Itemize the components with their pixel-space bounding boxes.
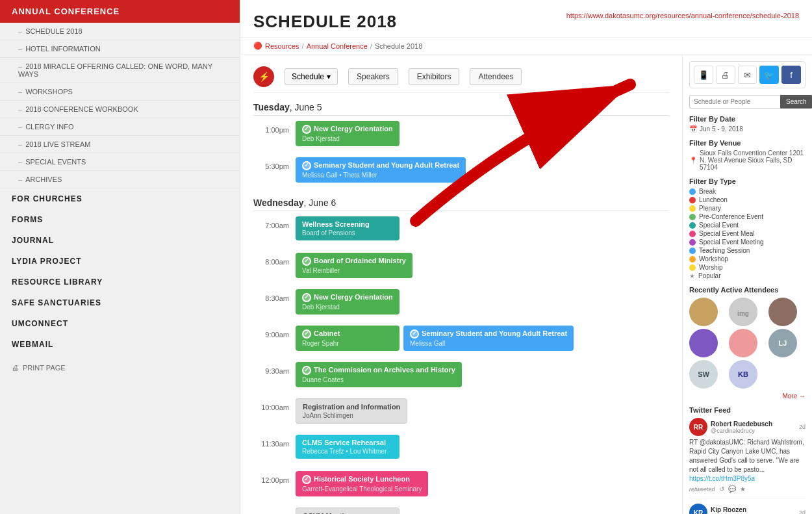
event-card[interactable]: Seminary Student and Young Adult Retreat…	[296, 157, 466, 183]
type-workshop[interactable]: Workshop	[689, 255, 806, 263]
event-luncheon[interactable]: Historical Society Luncheon Garrett-Evan…	[296, 471, 428, 496]
page-url-link[interactable]: https://www.dakotasumc.org/resources/ann…	[566, 12, 799, 19]
time-label: 8:00am	[253, 253, 296, 266]
event-card[interactable]: New Clergy Orientation Deb Kjerstad	[296, 121, 400, 146]
retweet-label: retweeted	[689, 486, 715, 493]
reply-btn[interactable]: 💬	[728, 485, 736, 493]
filter-date-section: Filter By Date 📅 Jun 5 - 9, 2018	[689, 115, 806, 133]
schedule-row: 10:00am Registration and Information JoA…	[253, 398, 669, 430]
breadcrumb-logo: 🔴	[253, 42, 262, 50]
search-bar: Search	[689, 95, 806, 109]
sidebar-item-journal[interactable]: JOURNAL	[0, 230, 240, 251]
retweet-btn[interactable]: ↺	[719, 485, 724, 493]
event-commission[interactable]: The Commission on Archives and History D…	[296, 362, 462, 387]
type-break[interactable]: Break	[689, 188, 806, 195]
tweet-actions: retweeted ↺ 💬 ★	[689, 485, 806, 493]
event-cabinet[interactable]: Cabinet Roger Spahr	[296, 326, 400, 351]
sidebar-item-lydia[interactable]: LYDIA PROJECT	[0, 251, 240, 272]
tweet-age: 2d	[799, 424, 806, 430]
type-luncheon[interactable]: Luncheon	[689, 196, 806, 203]
avatar-kb[interactable]: KB	[729, 360, 757, 389]
page-header: SCHEDULE 2018 https://www.dakotasumc.org…	[240, 0, 812, 38]
exhibitors-tab[interactable]: Exhibitors	[409, 68, 460, 85]
tweet-avatar: KR	[689, 504, 707, 514]
main-content: SCHEDULE 2018 https://www.dakotasumc.org…	[240, 0, 812, 514]
sidebar-item-workshops[interactable]: –WORKSHOPS	[0, 83, 240, 101]
type-special-meal[interactable]: Special Event Meal	[689, 230, 806, 237]
breadcrumb-resources[interactable]: Resources	[265, 42, 299, 50]
type-special-event[interactable]: Special Event	[689, 222, 806, 229]
tweet-item: KR Kip Roozen @KipRoozen 2d RT @dakotasU…	[689, 504, 806, 514]
event-card[interactable]: Wellness Screening Board of Pensions	[296, 216, 400, 240]
more-attendees-link[interactable]: More →	[689, 392, 806, 400]
event-board-ordained[interactable]: Board of Ordained Ministry Val Reinbille…	[296, 253, 412, 278]
avatar[interactable]	[689, 329, 718, 357]
avatar-lj[interactable]: LJ	[768, 329, 797, 357]
twitter-feed-title: Twitter Feed	[689, 406, 806, 414]
type-teaching[interactable]: Teaching Session	[689, 247, 806, 254]
filter-type-title: Filter By Type	[689, 177, 806, 185]
speakers-tab[interactable]: Speakers	[348, 68, 398, 85]
sidebar-item-resource-library[interactable]: RESOURCE LIBRARY	[0, 272, 240, 292]
sidebar-item-workbook[interactable]: –2018 CONFERENCE WORKBOOK	[0, 101, 240, 118]
sidebar-item-webmail[interactable]: WEBMAIL	[0, 334, 240, 355]
events-col: CLMS Service Rehearsal Rebecca Trefz • L…	[296, 435, 669, 459]
avatar[interactable]	[768, 298, 797, 326]
twitter-icon-btn[interactable]: 🐦	[759, 66, 779, 84]
mobile-icon-btn[interactable]: 📱	[694, 66, 713, 84]
email-icon-btn[interactable]: ✉	[738, 66, 757, 84]
sidebar-item-schedule-2018[interactable]: –SCHEDULE 2018	[0, 23, 240, 40]
attendees-tab[interactable]: Attendees	[470, 68, 522, 85]
page-title: SCHEDULE 2018	[253, 12, 397, 32]
avatar[interactable]: img	[729, 298, 757, 326]
breadcrumb: 🔴 Resources / Annual Conference / Schedu…	[240, 38, 812, 55]
schedule-row: 8:00am Board of Ordained Ministry Val Re…	[253, 253, 669, 284]
avatar[interactable]	[689, 298, 718, 326]
sidebar-item-archives[interactable]: –ARCHIVES	[0, 171, 240, 188]
facebook-icon-btn[interactable]: f	[781, 66, 801, 84]
events-col: Registration and Information JoAnn Schli…	[296, 398, 669, 424]
sidebar-item-safe-sanctuaries[interactable]: SAFE SANCTUARIES	[0, 292, 240, 313]
type-worship[interactable]: Worship	[689, 264, 806, 271]
filter-date-title: Filter By Date	[689, 115, 806, 123]
sidebar-item-clergy[interactable]: –CLERGY INFO	[0, 118, 240, 136]
event-clms[interactable]: CLMS Service Rehearsal Rebecca Trefz • L…	[296, 435, 400, 459]
search-input[interactable]	[689, 95, 780, 109]
tweet-age: 2d	[799, 509, 806, 514]
schedule-row: 11:30am CLMS Service Rehearsal Rebecca T…	[253, 435, 669, 466]
sidebar-item-forms[interactable]: FORMS	[0, 209, 240, 230]
type-plenary[interactable]: Plenary	[689, 205, 806, 212]
breadcrumb-annual-conference[interactable]: Annual Conference	[307, 42, 368, 50]
type-popular[interactable]: ★ Popular	[689, 272, 806, 279]
favorite-btn[interactable]: ★	[740, 485, 746, 493]
event-card[interactable]: New Clergy Orientation Deb Kjerstad	[296, 289, 400, 315]
schedule-main: ⚡ Schedule ▾ Speakers Exhibitors Attende…	[240, 55, 682, 514]
event-seminary[interactable]: Seminary Student and Young Adult Retreat…	[403, 326, 574, 351]
sidebar-item-umconnect[interactable]: UMCONNECT	[0, 313, 240, 334]
filter-venue-value: 📍 Sioux Falls Convention Center 1201 N. …	[689, 149, 806, 171]
tweet-handle: @cardinaledrucy	[711, 428, 772, 434]
print-icon: 🖨	[12, 364, 19, 372]
sidebar-item-special-events[interactable]: –SPECIAL EVENTS	[0, 153, 240, 171]
print-page-button[interactable]: 🖨 PRINT PAGE	[0, 357, 240, 378]
event-registration[interactable]: Registration and Information JoAnn Schli…	[296, 398, 407, 424]
schedule-tab[interactable]: Schedule ▾	[285, 68, 338, 85]
print-icon-btn[interactable]: 🖨	[716, 66, 735, 84]
sidebar-item-miracle[interactable]: –2018 MIRACLE OFFERING CALLED: ONE WORD,…	[0, 58, 240, 83]
events-col: New Clergy Orientation Deb Kjerstad	[296, 289, 669, 315]
type-pre-conference[interactable]: Pre-Conference Event	[689, 213, 806, 220]
event-ccym[interactable]: CCYM Meeting Jeff Lathrop	[296, 508, 400, 514]
sidebar-item-hotel[interactable]: –HOTEL INFORMATION	[0, 40, 240, 58]
time-label: 9:30am	[253, 362, 296, 375]
time-label: 9:00am	[253, 326, 296, 339]
filter-venue-title: Filter By Venue	[689, 139, 806, 147]
type-special-meeting[interactable]: Special Event Meeting	[689, 238, 806, 246]
avatar-sw[interactable]: SW	[689, 360, 718, 389]
sidebar-title: ANNUAL CONFERENCE	[0, 0, 240, 23]
sidebar-item-for-churches[interactable]: FOR CHURCHES	[0, 188, 240, 209]
sidebar-item-livestream[interactable]: –2018 LIVE STREAM	[0, 136, 240, 153]
tweet-name: Kip Roozen	[711, 506, 746, 513]
search-button[interactable]: Search	[780, 95, 812, 109]
avatar[interactable]	[729, 329, 757, 357]
tweet-header: KR Kip Roozen @KipRoozen 2d	[689, 504, 806, 514]
